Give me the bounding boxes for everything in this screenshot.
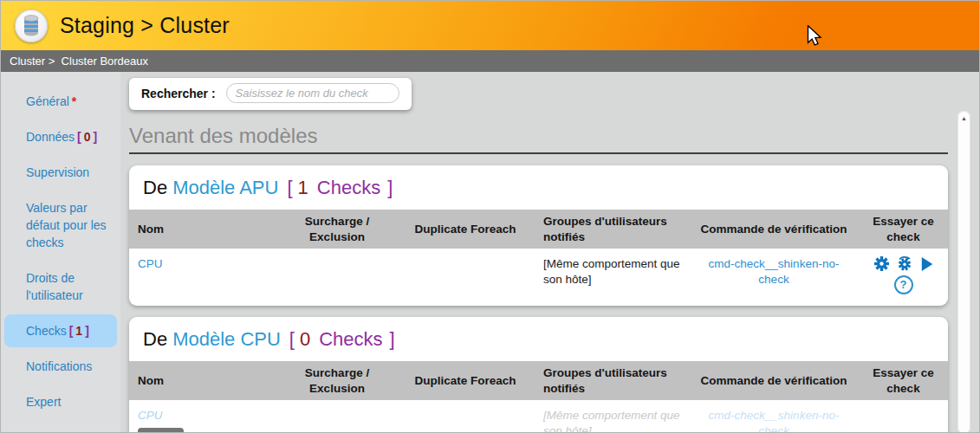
count-value: 1 [75,324,82,338]
card-title: DeModèle APU[1Checks] [129,165,948,210]
app-window: Staging > Cluster Cluster > Cluster Bord… [0,0,980,433]
model-card-cpu: DeModèle CPU[0Checks] Nom Surcharge / Ex… [129,317,948,433]
column-header-essayer: Essayer ce check [859,210,948,249]
column-header-duplicate: Duplicate Foreach [396,210,535,249]
column-header-groupes: Groupes d'utilisateurs notifiés [535,210,689,249]
page-title: Staging > Cluster [60,13,230,38]
count-value: 1 [298,177,308,198]
table-header-row: Nom Surcharge / Exclusion Duplicate Fore… [129,210,948,249]
card-title-prefix: De [143,328,167,350]
checks-table: Nom Surcharge / Exclusion Duplicate Fore… [129,361,948,433]
count-value: 0 [300,328,310,350]
sidebar-item-droits-utilisateur[interactable]: Droits de l'utilisateur [4,262,117,312]
help-icon[interactable]: ? [894,275,913,294]
column-header-commande: Commande de vérification [689,361,859,400]
column-header-commande: Commande de vérification [689,210,859,249]
database-icon [21,15,42,37]
sidebar-item-valeurs-par-defaut[interactable]: Valeurs par défaut pour les checks [4,191,117,259]
column-header-groupes: Groupes d'utilisateurs notifiés [535,361,689,400]
column-header-surcharge: Surcharge / Exclusion [278,361,396,400]
count-value: 0 [84,130,91,144]
sidebar-item-label: Général [26,94,69,108]
sidebar-item-donnees[interactable]: Données[0] [4,120,117,153]
refresh-settings-icon[interactable] [897,256,912,271]
model-card-apu: DeModèle APU[1Checks] Nom Surcharge / Ex… [129,165,948,306]
breadcrumb-text: Cluster > Cluster Bordeaux [10,55,148,68]
count-bracket: [ [77,130,81,144]
required-mark: * [72,94,76,108]
model-link[interactable]: Modèle CPU [172,328,281,350]
hidden-status-badge: Caché [138,428,184,433]
search-label: Rechercher : [141,87,216,100]
card-title: DeModèle CPU[0Checks] [129,317,948,361]
column-header-nom: Nom [129,361,278,400]
sidebar-item-label: Notifications [26,359,92,373]
count-bracket: [ [287,177,292,198]
count-bracket: [ [69,324,74,338]
count-bracket: ] [387,177,393,198]
sidebar-item-label: Checks [26,324,67,338]
breadcrumb: Cluster > Cluster Bordeaux [1,50,979,72]
count-word: Checks [319,328,382,350]
column-header-nom: Nom [129,210,278,249]
section-title: Venant des modèles [129,124,948,154]
model-link[interactable]: Modèle APU [172,177,278,198]
settings-icon[interactable] [874,256,889,271]
checks-table: Nom Surcharge / Exclusion Duplicate Fore… [129,210,948,306]
sidebar: Général* Données[0] Supervision Valeurs … [1,72,120,433]
app-logo [15,10,48,42]
sidebar-item-supervision[interactable]: Supervision [4,156,117,189]
notified-groups-cell: [Même comportement que son hôte] [535,249,689,306]
count-bracket: ] [85,324,89,338]
sidebar-item-label: Supervision [26,165,89,179]
main-content: Rechercher : Venant des modèles DeModèle… [120,72,980,433]
search-input[interactable] [226,83,399,103]
sidebar-item-notifications[interactable]: Notifications [4,350,117,383]
notified-groups-cell: [Même comportement que son hôte] [535,400,689,433]
count-bracket: ] [94,130,98,144]
count-bracket: [ [289,328,295,350]
check-command-link: cmd-check__shinken-no-check [709,409,840,433]
vertical-scrollbar[interactable]: ▲ [957,111,970,433]
check-name-link[interactable]: CPU [138,257,163,270]
scroll-up-icon[interactable]: ▲ [957,111,970,121]
card-title-prefix: De [143,177,167,198]
sidebar-item-label: Données [26,130,75,144]
sidebar-item-label: Expert [26,395,61,409]
table-row-hidden: CPU Caché [Même comportement que son hôt… [129,400,948,433]
run-check-icon[interactable] [920,257,933,271]
sidebar-item-general[interactable]: Général* [4,85,117,118]
sidebar-item-label: Droits de l'utilisateur [26,271,83,302]
column-header-surcharge: Surcharge / Exclusion [278,210,396,249]
check-command-link[interactable]: cmd-check__shinken-no-check [709,257,840,286]
count-bracket: ] [390,328,395,350]
sidebar-item-label: Valeurs par défaut pour les checks [26,201,107,249]
count-word: Checks [317,177,380,198]
column-header-duplicate: Duplicate Foreach [396,361,535,400]
sidebar-item-checks[interactable]: Checks[1] [4,314,117,347]
check-name-link[interactable]: CPU [138,409,163,422]
column-header-essayer: Essayer ce check [859,361,948,400]
search-card: Rechercher : [129,78,412,110]
table-header-row: Nom Surcharge / Exclusion Duplicate Fore… [129,361,948,400]
sidebar-item-expert[interactable]: Expert [4,385,117,418]
table-row: CPU [Même comportement que son hôte] cmd… [129,249,948,306]
app-header: Staging > Cluster [1,1,979,50]
